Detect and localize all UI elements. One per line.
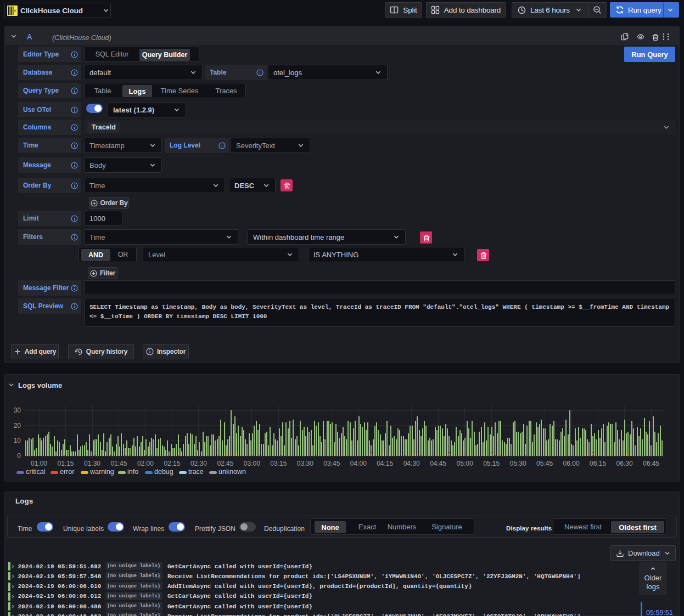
svg-text:06:30: 06:30 (616, 460, 633, 467)
svg-text:01:00: 01:00 (31, 460, 47, 467)
svg-text:05:45: 05:45 (536, 460, 553, 467)
svg-text:02:15: 02:15 (164, 460, 180, 467)
svg-text:02:45: 02:45 (217, 460, 233, 467)
svg-text:05:15: 05:15 (483, 460, 500, 467)
svg-text:06:15: 06:15 (590, 460, 606, 467)
svg-text:01:45: 01:45 (110, 460, 127, 467)
svg-text:06:00: 06:00 (563, 460, 580, 467)
svg-text:05:00: 05:00 (457, 460, 473, 467)
svg-text:04:15: 04:15 (377, 460, 393, 467)
svg-text:04:45: 04:45 (430, 460, 446, 467)
svg-text:03:15: 03:15 (270, 460, 287, 467)
svg-text:01:30: 01:30 (84, 460, 100, 467)
svg-text:02:00: 02:00 (137, 460, 154, 467)
svg-text:03:30: 03:30 (297, 460, 313, 467)
svg-text:03:45: 03:45 (323, 460, 340, 467)
svg-text:10: 10 (14, 437, 21, 444)
svg-text:01:15: 01:15 (57, 460, 74, 467)
svg-text:20: 20 (14, 422, 21, 429)
svg-text:04:00: 04:00 (350, 460, 367, 467)
svg-text:02:30: 02:30 (190, 460, 207, 467)
svg-text:03:00: 03:00 (244, 460, 260, 467)
svg-text:05:30: 05:30 (510, 460, 526, 467)
svg-text:30: 30 (14, 406, 21, 414)
svg-text:0: 0 (17, 452, 21, 460)
svg-text:04:30: 04:30 (403, 460, 420, 467)
svg-text:06:45: 06:45 (643, 460, 659, 467)
